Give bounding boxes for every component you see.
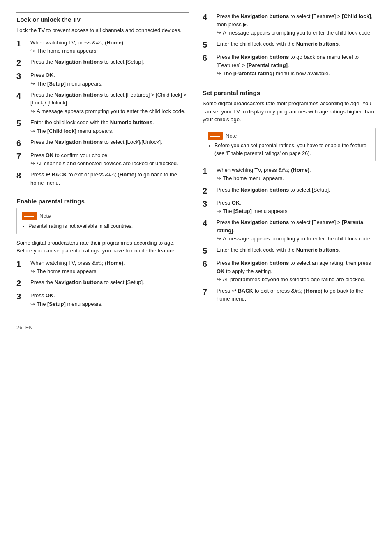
sstep-num-2: 2 (203, 186, 214, 196)
note-body: Parental rating is not available in all … (22, 222, 184, 230)
sstep-num-7: 7 (203, 287, 214, 297)
step-num-3: 3 (16, 71, 28, 81)
set-step-2: 2 Press the Navigation buttons to select… (203, 186, 376, 196)
step-3-arrow-text: The [Setup] menu appears. (37, 80, 103, 88)
arrow-icon: ↪ (217, 70, 221, 77)
sstep-2-text: Press the Navigation buttons to select [… (217, 187, 330, 193)
arrow-icon: ↪ (217, 276, 221, 283)
set-note-label: Note (226, 133, 237, 139)
enable-cont-steps: 4 Press the Navigation buttons to select… (203, 12, 376, 77)
ecstep-num-5: 5 (203, 40, 214, 50)
sstep-5-text: Enter the child lock code with the Numer… (217, 247, 340, 253)
set-step-5: 5 Enter the child lock code with the Num… (203, 246, 376, 256)
arrow-icon: ↪ (30, 80, 35, 88)
step-3-content: Press OK. ↪ The [Setup] menu appears. (30, 71, 189, 88)
lock-step-5: 5 Enter the child lock code with the Num… (16, 118, 189, 135)
step-num-2: 2 (16, 58, 28, 68)
enable-cont-step-4: 4 Press the Navigation buttons to select… (203, 12, 376, 37)
step-num-5: 5 (16, 118, 28, 128)
step-7-arrow-text: All channels and connected devices are l… (37, 160, 178, 167)
step-1-text: When watching TV, press &#⌂; (Home). (30, 39, 125, 46)
enable-cont-step-6: 6 Press the Navigation buttons to go bac… (203, 53, 376, 77)
estep-3-arrow: ↪ The [Setup] menu appears. (30, 301, 189, 308)
arrow-icon: ↪ (217, 175, 221, 182)
lock-step-6: 6 Press the Navigation buttons to select… (16, 138, 189, 148)
sstep-3-arrow-text: The [Setup] menu appears. (223, 208, 289, 215)
sstep-1-arrow-text: The home menu appears. (223, 175, 284, 182)
note-bullet-1: Parental rating is not available in all … (28, 222, 184, 230)
page-lang: EN (25, 324, 33, 331)
sstep-6-arrow: ↪ All programmes beyond the selected age… (217, 276, 376, 283)
set-note-bullet-1: Before you can set parental ratings, you… (214, 142, 370, 157)
step-5-text: Enter the child lock code with the Numer… (30, 119, 154, 125)
set-step-1: 1 When watching TV, press &#⌂; (Home). ↪… (203, 166, 376, 183)
step-2-content: Press the Navigation buttons to select [… (30, 58, 189, 66)
lock-step-8: 8 Press ↩ BACK to exit or press &#⌂; (Ho… (16, 171, 189, 187)
estep-3-arrow-text: The [Setup] menu appears. (37, 301, 103, 308)
sstep-2-content: Press the Navigation buttons to select [… (217, 186, 376, 194)
step-7-text: Press OK to confirm your choice. (30, 152, 109, 158)
step-5-arrow-text: The [Child lock] menu appears. (37, 127, 113, 135)
estep-1-text: When watching TV, press &#⌂; (Home). (30, 260, 125, 266)
sstep-3-content: Press OK. ↪ The [Setup] menu appears. (217, 199, 376, 215)
note-header: ▬▬ Note (22, 212, 184, 220)
note-label: Note (39, 213, 51, 219)
arrow-icon: ↪ (30, 160, 35, 167)
sstep-7-text: Press ↩ BACK to exit or press &#⌂; (Home… (217, 288, 363, 302)
step-num-4: 4 (16, 91, 28, 101)
sstep-num-4: 4 (203, 218, 214, 228)
sstep-num-5: 5 (203, 246, 214, 256)
set-steps: 1 When watching TV, press &#⌂; (Home). ↪… (203, 166, 376, 303)
enable-intro: Some digital broadcasters rate their pro… (16, 239, 189, 255)
arrow-icon: ↪ (30, 268, 35, 275)
note-icon: ▬▬ (22, 212, 37, 220)
step-3-arrow: ↪ The [Setup] menu appears. (30, 80, 189, 88)
step-6-text: Press the Navigation buttons to select [… (30, 139, 162, 145)
step-4-arrow: ↪ A message appears prompting you to ent… (30, 108, 189, 115)
estep-num-1: 1 (16, 259, 28, 269)
sstep-num-1: 1 (203, 166, 214, 176)
ecstep-4-arrow: ↪ A message appears prompting you to ent… (217, 29, 376, 37)
arrow-icon: ↪ (30, 301, 35, 308)
set-note-body: Before you can set parental ratings, you… (208, 142, 370, 157)
arrow-icon: ↪ (30, 108, 35, 115)
arrow-icon: ↪ (217, 208, 221, 215)
enable-step-3: 3 Press OK. ↪ The [Setup] menu appears. (16, 291, 189, 308)
arrow-icon: ↪ (217, 235, 221, 243)
ecstep-num-4: 4 (203, 12, 214, 22)
step-4-text: Press the Navigation buttons to select [… (30, 92, 187, 106)
step-2-text: Press the Navigation buttons to select [… (30, 59, 144, 65)
step-6-content: Press the Navigation buttons to select [… (30, 138, 189, 146)
step-4-arrow-text: A message appears prompting you to enter… (37, 108, 186, 115)
sstep-3-arrow: ↪ The [Setup] menu appears. (217, 208, 376, 215)
lock-steps: 1 When watching TV, press &#⌂; (Home). ↪… (16, 39, 189, 187)
page-number: 26 (16, 324, 22, 331)
lock-step-4: 4 Press the Navigation buttons to select… (16, 91, 189, 115)
estep-3-content: Press OK. ↪ The [Setup] menu appears. (30, 291, 189, 308)
step-num-8: 8 (16, 171, 28, 180)
set-step-4: 4 Press the Navigation buttons to select… (203, 218, 376, 243)
enable-cont-step-5: 5 Enter the child lock code with the Num… (203, 40, 376, 50)
enable-step-2: 2 Press the Navigation buttons to select… (16, 278, 189, 288)
step-7-arrow: ↪ All channels and connected devices are… (30, 160, 189, 167)
ecstep-5-content: Enter the child lock code with the Numer… (217, 40, 376, 48)
estep-2-content: Press the Navigation buttons to select [… (30, 278, 189, 287)
sstep-1-text: When watching TV, press &#⌂; (Home). (217, 167, 311, 173)
ecstep-4-content: Press the Navigation buttons to select [… (217, 12, 376, 37)
right-column: 4 Press the Navigation buttons to select… (203, 12, 376, 311)
ecstep-5-text: Enter the child lock code with the Numer… (217, 41, 340, 47)
sstep-7-content: Press ↩ BACK to exit or press &#⌂; (Home… (217, 287, 376, 303)
sstep-4-arrow-text: A message appears prompting you to enter… (223, 235, 372, 243)
ecstep-4-text: Press the Navigation buttons to select [… (217, 13, 373, 28)
estep-1-content: When watching TV, press &#⌂; (Home). ↪ T… (30, 259, 189, 275)
step-4-content: Press the Navigation buttons to select [… (30, 91, 189, 115)
left-column: Lock or unlock the TV Lock the TV to pre… (16, 12, 189, 311)
page-footer: 26 EN (16, 324, 376, 331)
arrow-icon: ↪ (30, 127, 35, 135)
set-note-box: ▬▬ Note Before you can set parental rati… (203, 128, 376, 161)
estep-3-text: Press OK. (30, 292, 55, 298)
sstep-num-3: 3 (203, 199, 214, 209)
sstep-6-content: Press the Navigation buttons to select a… (217, 259, 376, 283)
estep-1-arrow: ↪ The home menu appears. (30, 268, 189, 275)
sstep-4-text: Press the Navigation buttons to select [… (217, 219, 365, 234)
